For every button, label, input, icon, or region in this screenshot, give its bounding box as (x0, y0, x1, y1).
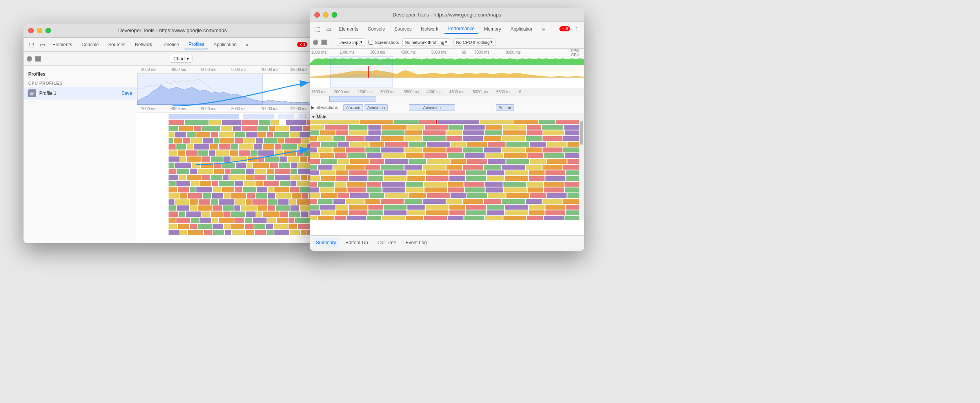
tab-summary[interactable]: Summary (313, 238, 339, 247)
svg-rect-511 (349, 211, 368, 216)
svg-rect-22 (202, 126, 220, 131)
right-menu-icon[interactable]: ⋮ (572, 24, 581, 34)
svg-rect-409 (407, 171, 425, 176)
selection-range[interactable] (329, 96, 376, 102)
record-button[interactable] (27, 56, 32, 62)
svg-rect-36 (219, 132, 234, 138)
right-minimize-button[interactable] (323, 12, 328, 18)
save-button[interactable]: Save (122, 91, 132, 96)
svg-rect-203 (198, 205, 212, 211)
left-minimize-button[interactable] (37, 28, 42, 33)
right-tab-memory[interactable]: Memory (480, 25, 505, 33)
svg-rect-326 (543, 136, 563, 141)
svg-rect-257 (180, 230, 187, 235)
anim-bar-3[interactable]: Animation (409, 104, 455, 111)
tab-timeline[interactable]: Timeline (158, 40, 183, 49)
right-record-button[interactable] (313, 40, 318, 45)
anim-bar-4[interactable]: An...on (496, 104, 514, 111)
svg-rect-248 (230, 224, 244, 229)
svg-rect-465 (338, 193, 349, 198)
svg-rect-506 (545, 205, 565, 210)
perf-bottom-tabs: Summary Bottom-Up Call Tree Event Log (310, 235, 584, 249)
timeline-section[interactable]: 1500 ms 2000 ms 2500 ms 3000 ms 3500 ms … (310, 88, 584, 235)
svg-rect-172 (169, 193, 180, 199)
left-close-button[interactable] (28, 28, 34, 33)
svg-rect-391 (346, 165, 365, 170)
anim-bar-2[interactable]: Animation (365, 104, 387, 111)
svg-rect-46 (174, 138, 182, 143)
tab-elements[interactable]: Elements (49, 40, 76, 49)
svg-rect-480 (333, 199, 345, 204)
tab-event-log[interactable]: Event Log (403, 238, 430, 247)
js-dropdown[interactable]: JavaScript ▾ (337, 38, 365, 46)
scrollbar-thumb[interactable] (580, 121, 583, 145)
svg-rect-126 (275, 169, 290, 174)
flame-label-2: (... (309, 114, 313, 118)
svg-rect-254 (298, 224, 310, 229)
selection-bar[interactable] (310, 96, 584, 102)
svg-rect-52 (235, 138, 243, 143)
svg-rect-421 (349, 176, 368, 181)
svg-rect-70 (275, 144, 281, 150)
svg-rect-356 (543, 147, 563, 152)
svg-rect-228 (169, 218, 176, 223)
network-throttle-dropdown[interactable]: No network throttling ▾ (402, 38, 450, 46)
tab-bottom-up[interactable]: Bottom-Up (342, 238, 371, 247)
stop-button[interactable] (35, 56, 41, 62)
svg-rect-95 (248, 156, 258, 162)
svg-rect-75 (178, 151, 185, 156)
right-tab-console[interactable]: Console (364, 25, 389, 33)
right-stop-button[interactable] (321, 40, 327, 45)
timeline-scrollbar[interactable] (579, 120, 584, 220)
svg-rect-155 (290, 181, 296, 187)
svg-rect-380 (427, 159, 450, 164)
ruler-tick-1: 2000 ms (141, 67, 156, 72)
tab-network[interactable]: Network (131, 40, 156, 49)
anim-bar-1[interactable]: Ani...ion (343, 104, 363, 111)
left-chart-area: 2000 ms 4000 ms 6000 ms 8000 ms 10000 ms… (137, 66, 321, 243)
right-more-tabs-icon[interactable]: » (539, 24, 548, 34)
right-tab-elements[interactable]: Elements (335, 25, 362, 33)
cursor-icon[interactable]: ⬚ (27, 40, 36, 49)
svg-rect-202 (190, 205, 197, 211)
chart-label: Chart (173, 56, 185, 62)
perf-overview-section: 1000 ms 2000 ms 3000 ms 4000 ms 5000 ms … (310, 49, 584, 88)
svg-rect-45 (169, 138, 173, 143)
tab-sources[interactable]: Sources (104, 40, 129, 49)
right-tab-performance[interactable]: Performance (444, 24, 479, 34)
tab-console[interactable]: Console (78, 40, 103, 49)
svg-rect-407 (368, 171, 383, 176)
right-ruler-tick-4: 5000 ms (431, 50, 446, 54)
right-close-button[interactable] (314, 12, 320, 18)
tab-application[interactable]: Application (210, 40, 241, 49)
right-tab-network[interactable]: Network (417, 25, 442, 33)
right-mobile-icon[interactable]: ▭ (324, 24, 333, 34)
right-tab-application[interactable]: Application (506, 25, 537, 33)
svg-rect-164 (235, 187, 242, 192)
right-maximize-button[interactable] (332, 12, 337, 18)
svg-rect-344 (318, 147, 332, 152)
right-cursor-icon[interactable]: ⬚ (313, 24, 322, 34)
svg-rect-437 (367, 182, 381, 187)
svg-rect-388 (310, 165, 317, 170)
more-tabs-icon[interactable]: » (242, 40, 252, 49)
svg-rect-51 (220, 138, 234, 143)
svg-rect-96 (258, 156, 264, 162)
mobile-icon[interactable]: ▭ (38, 40, 47, 49)
profile-1-item[interactable]: Profile 1 Save (24, 87, 137, 100)
sidebar-header: Profiles (24, 69, 137, 79)
screenshots-check[interactable] (368, 40, 373, 45)
cpu-throttle-dropdown[interactable]: No CPU throttling ▾ (453, 38, 495, 46)
svg-rect-225 (289, 212, 300, 217)
svg-rect-510 (336, 211, 348, 216)
right-tab-sources[interactable]: Sources (390, 25, 416, 33)
svg-rect-250 (254, 224, 265, 229)
left-maximize-button[interactable] (45, 28, 51, 33)
svg-rect-377 (370, 159, 384, 164)
tab-call-tree[interactable]: Call Tree (374, 238, 399, 247)
chart-selector[interactable]: Chart ▾ (170, 55, 192, 63)
svg-rect-331 (350, 142, 369, 147)
svg-rect-161 (196, 187, 212, 192)
screenshots-checkbox[interactable]: Screenshots (368, 40, 399, 45)
tab-profiles[interactable]: Profiles (185, 40, 208, 49)
